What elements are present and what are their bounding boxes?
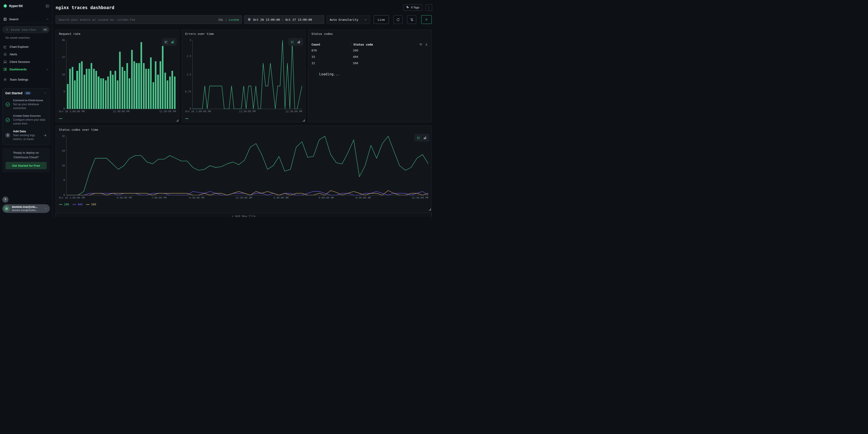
filter-button[interactable] — [407, 15, 416, 24]
bell-icon — [3, 52, 7, 56]
wrap-lines-icon[interactable] — [419, 42, 423, 46]
step-description: Configure where your data comes from — [13, 118, 47, 126]
line-chart-toggle-icon[interactable] — [164, 40, 168, 44]
saved-searches-input[interactable]: Saved Searches ⌘K — [2, 26, 50, 33]
brand-name: HyperDX — [9, 4, 23, 8]
line-chart-toggle-icon[interactable] — [291, 40, 294, 44]
chart-type-toggle — [162, 38, 177, 46]
panel-title[interactable]: Errors over time — [185, 32, 214, 35]
saved-searches-placeholder: Saved Searches — [11, 28, 36, 31]
table-row: 870 200 — [311, 47, 428, 54]
tags-label: 0 Tags — [411, 6, 420, 9]
dashboard-grid-icon — [3, 67, 7, 71]
chevron-down-icon — [364, 18, 367, 22]
live-button[interactable]: Live — [374, 15, 389, 24]
page-title: nginx traces dashboard — [56, 5, 114, 10]
user-menu[interactable]: D dominic.tran@clic... dominic.tran@clic… — [2, 204, 50, 213]
user-email: dominic.tran@clickho... — [12, 209, 42, 212]
hyperdx-logo-icon[interactable] — [3, 4, 7, 8]
legend-item[interactable] — [185, 118, 189, 119]
refresh-icon — [396, 18, 400, 22]
tags-button[interactable]: 0 Tags — [403, 4, 422, 11]
legend-dash — [59, 204, 62, 205]
sql-mode-toggle[interactable]: SQL — [218, 18, 224, 22]
sidebar-item-chart-explorer[interactable]: Chart Explorer — [0, 43, 52, 51]
get-started-step-data-sources[interactable]: Create Data Sources Configure where your… — [5, 114, 47, 126]
chevron-up-icon — [44, 92, 47, 95]
cell-count: 33 — [311, 55, 351, 59]
legend-item-404[interactable]: 404 — [73, 203, 83, 206]
panel-resize-handle[interactable] — [177, 120, 178, 121]
get-started-progress-badge: 2/3 — [24, 91, 31, 95]
get-started-title: Get Started — [5, 91, 22, 95]
sidebar-nav: Chart Explorer Alerts Client Sessions Da… — [0, 43, 52, 83]
panel-title[interactable]: Status codes — [311, 32, 333, 35]
panel-title[interactable]: Status codes over time — [59, 128, 98, 131]
chevron-down-icon — [46, 68, 49, 71]
get-started-free-button[interactable]: Get Started for Free — [5, 162, 47, 169]
event-search: SQL | Lucene — [56, 15, 242, 24]
sidebar-item-client-sessions[interactable]: Client Sessions — [0, 58, 52, 66]
logo-row: HyperDX — [0, 0, 52, 9]
line-chart-icon — [3, 45, 7, 49]
chart-type-toggle — [288, 38, 303, 46]
table-row: 33 404 — [311, 54, 428, 60]
panel-title[interactable]: Request rate — [59, 32, 81, 35]
step-title: Create Data Sources — [13, 114, 40, 118]
run-query-button[interactable] — [421, 15, 432, 24]
panel-resize-handle[interactable] — [303, 120, 305, 121]
no-saved-searches-text: No saved searches — [0, 33, 52, 39]
shortcut-badge: ⌘K — [42, 28, 48, 32]
kebab-menu-icon: ⋮ — [427, 6, 431, 9]
refresh-button[interactable] — [394, 15, 403, 24]
clickhouse-cloud-promo: Ready to deploy on ClickHouse Cloud? Get… — [2, 148, 50, 173]
collapse-sidebar-icon[interactable] — [45, 4, 50, 8]
granularity-select[interactable]: Auto Granularity — [327, 15, 370, 24]
sidebar-item-dashboards[interactable]: Dashboards — [0, 66, 52, 73]
download-icon[interactable] — [425, 42, 428, 46]
sidebar-item-label: Alerts — [9, 53, 17, 56]
legend-item-500[interactable]: 500 — [86, 203, 96, 206]
help-button[interactable]: ? — [2, 196, 8, 203]
promo-line-1: Ready to deploy on — [13, 151, 39, 154]
bar-chart-toggle-icon[interactable] — [423, 136, 427, 140]
sidebar-item-team-settings[interactable]: Team Settings — [0, 76, 52, 83]
lucene-mode-toggle[interactable]: Lucene — [229, 18, 239, 22]
legend-item-200[interactable]: 200 — [59, 203, 69, 206]
panel-resize-handle[interactable] — [429, 209, 431, 210]
search-icon — [5, 28, 9, 31]
loading-text: Loading... — [319, 72, 428, 76]
column-header-status-code[interactable]: Status code — [351, 43, 419, 46]
line-chart-toggle-icon[interactable] — [417, 136, 421, 140]
arrow-right-icon — [43, 133, 47, 137]
bar-chart-toggle-icon[interactable] — [297, 40, 301, 44]
legend-item[interactable] — [59, 118, 62, 119]
check-circle-icon — [5, 102, 10, 107]
sidebar-item-search[interactable]: Search — [0, 16, 52, 23]
step-title: Add Data — [13, 130, 26, 133]
cell-status-code: 404 — [351, 55, 428, 59]
sidebar-item-label: Team Settings — [9, 78, 28, 81]
legend-label: 200 — [64, 203, 69, 206]
mode-divider: | — [225, 18, 227, 22]
user-name: dominic.tran@clic... — [12, 206, 42, 209]
bar-chart-toggle-icon[interactable] — [170, 40, 174, 44]
main-content: nginx traces dashboard 0 Tags ⋮ SQL | Lu… — [52, 0, 434, 217]
check-circle-icon — [5, 118, 10, 123]
event-search-input[interactable] — [56, 16, 242, 24]
legend-dash — [185, 118, 189, 119]
sidebar-item-alerts[interactable]: Alerts — [0, 51, 52, 58]
cell-status-code: 200 — [351, 49, 428, 52]
get-started-step-add-data[interactable]: 3 Add Data Start sending logs, metrics, … — [5, 130, 47, 142]
date-range-picker[interactable]: Oct 26 13:00:00 - Oct 27 13:00:00 — [244, 15, 324, 24]
add-new-tile-button[interactable]: + Add New Tile — [56, 213, 432, 217]
legend-dash — [59, 118, 62, 119]
promo-line-2: ClickHouse Cloud? — [13, 156, 39, 159]
column-header-count[interactable]: Count — [311, 43, 351, 46]
status-codes-table: Count Status code 870 — [311, 42, 428, 76]
laptop-icon — [3, 60, 7, 64]
gear-icon — [3, 78, 7, 82]
dashboard-menu-button[interactable]: ⋮ — [426, 4, 432, 11]
get-started-header[interactable]: Get Started 2/3 — [5, 91, 47, 95]
get-started-step-connect[interactable]: Connect to ClickHouse Set up your databa… — [5, 99, 47, 111]
